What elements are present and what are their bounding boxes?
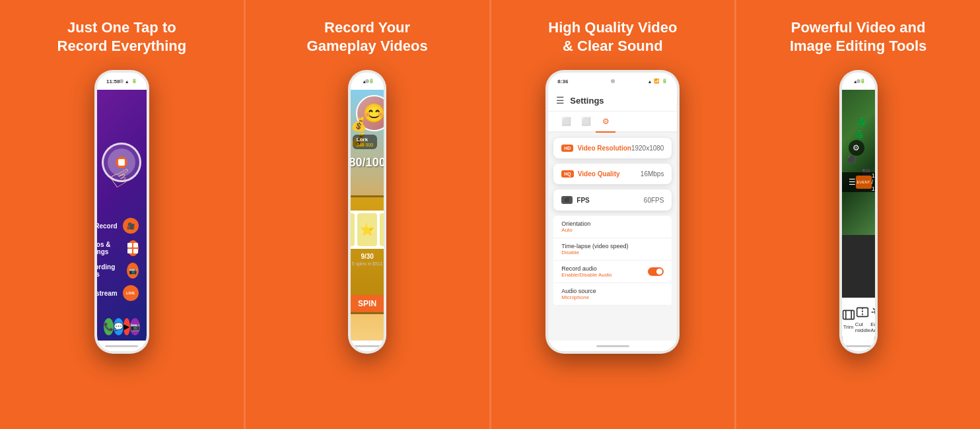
phone-mockup-4: ▲ 🔋 ▶ + ▶ [839, 70, 878, 354]
tab-photo[interactable]: ⬜ [576, 112, 596, 131]
game-unit-1: ⬛ [847, 156, 855, 163]
audio-toggle[interactable] [648, 267, 664, 276]
orientation-label: Orientation [561, 220, 590, 227]
home-indicator-2 [351, 345, 384, 347]
panel-count: 10 / 10 [872, 172, 875, 192]
tool-cut-middle[interactable]: Cut middle [855, 306, 871, 333]
status-bar-2: ▲ 🔋 [351, 73, 384, 90]
audio-label: Edit Audio [870, 321, 874, 333]
settings-row-source: Audio source Microphone [553, 283, 672, 306]
spin-button: SPIN [351, 295, 384, 312]
home-bar-4 [842, 341, 875, 351]
badge-fps: ⬛ [561, 196, 573, 204]
menu-item-videos: Videos & Settings [97, 240, 139, 256]
player-score: 348 000 [357, 143, 373, 147]
settings-row-orientation: Orientation Auto [553, 216, 672, 238]
score-display: 80/100 [351, 156, 384, 170]
panel2-title: Record Your Gameplay Videos [307, 18, 428, 58]
panel1-title: Just One Tap to Record Everything [57, 18, 187, 58]
panel3-title: High Quality Video & Clear Sound [548, 18, 677, 58]
resolution-value: 1920x1080 [631, 145, 664, 152]
resolution-left: HD Video Resolution [561, 145, 631, 152]
camera-dot-3 [611, 79, 615, 83]
gameplay-background: 😊 💰💰 Lork 348 000 80/100 [351, 90, 384, 341]
slot-reels: 💰 ⭐ 🎯 [351, 211, 384, 249]
menu-icon-videos [127, 240, 139, 256]
screen-settings: ☰ Settings ⬜ ⬜ ⚙ HD Video Resolution [548, 90, 677, 341]
settings-row-audio: Record audio Enable/Disable Audio [553, 261, 672, 283]
quality-value: 16Mbps [641, 170, 664, 178]
panel-record: Just One Tap to Record Everything 11:58 … [0, 0, 244, 429]
cut-label: Cut middle [855, 321, 871, 333]
settings-tabs: ⬜ ⬜ ⚙ [548, 112, 677, 133]
bottom-panel-bar: ☰ EVENT 10 / 10 [842, 172, 875, 192]
camera-dot-1 [120, 79, 123, 83]
orientation-sub: Auto [561, 227, 590, 233]
live-badge: LIVE [123, 290, 137, 296]
panel-editing: Powerful Video and Image Editing Tools ▲… [734, 0, 980, 429]
panel-nav: ☰ [849, 178, 856, 187]
dock-play: ▶ [123, 318, 130, 335]
bottom-game-icons: EVENT [856, 176, 872, 189]
badge-hd: HD [561, 145, 573, 152]
grid-icon [127, 243, 138, 253]
screen-editing: ▶ + ▶ + ▶ [842, 90, 875, 341]
tool-trim[interactable]: Trim [842, 308, 855, 330]
quality-row: HQ Video Quality 16Mbps [561, 170, 664, 178]
home-bar-2 [351, 341, 384, 351]
tab-video[interactable]: ⬜ [556, 112, 576, 131]
menu-label-record: Record [97, 222, 118, 230]
home-bar-3 [548, 341, 677, 351]
tool-edit-audio[interactable]: Edit Audio [870, 306, 874, 333]
dock-message: 💬 [114, 318, 123, 335]
game-screenshot: 🌲 🌲 🌿 ⬛ ⬛ 💥 ⚙ ☰ [842, 90, 875, 235]
resolution-label: Video Resolution [577, 145, 631, 152]
settings-card-fps: ⬛ FPS 60FPS [553, 189, 672, 211]
hamburger-game-icon: ☰ [849, 178, 856, 187]
reel-2: ⭐ [357, 213, 377, 246]
game-tree-2: 🌲 [854, 129, 865, 140]
reel-3: 🎯 [380, 213, 384, 246]
quality-label: Video Quality [578, 170, 620, 178]
settings-title: Settings [570, 96, 604, 106]
settings-simple-rows: Orientation Auto Time-lapse (video speed… [553, 216, 672, 306]
audio-icon [870, 306, 874, 319]
phone-mockup-3: 8:36 ▲ 📶 🔋 ☰ Settings ⬜ ⬜ ⚙ [545, 70, 680, 354]
event-label: EVENT [857, 180, 870, 184]
player-info: Lork 348 000 [353, 135, 377, 149]
panel-gameplay: Record Your Gameplay Videos ▲ 🔋 😊 [244, 0, 489, 429]
home-bar-1 [97, 341, 147, 351]
spins-text: 5 spins in $511 [352, 261, 383, 266]
screen-gameplay: 😊 💰💰 Lork 348 000 80/100 [351, 90, 384, 341]
timelapse-sub: Disable [561, 249, 628, 255]
phone-mockup-2: ▲ 🔋 😊 💰💰 Lork 348 000 [348, 70, 386, 354]
status-bar-4: ▲ 🔋 [842, 73, 875, 90]
dock-phone: 📞 [104, 318, 114, 335]
event-badge: EVENT [856, 176, 872, 189]
score-main: 80/100 [351, 156, 384, 170]
fps-row: ⬛ FPS 60FPS [561, 196, 664, 204]
menu-icon-live: LIVE [123, 285, 139, 301]
status-icons-3: ▲ 📶 🔋 [648, 79, 668, 84]
phone-mockup-1: 11:58 ■ ▲ 🔋 [94, 70, 149, 354]
camera-dot-2 [365, 79, 369, 83]
menu-items-list: Record 🎥 Videos & Settings Re [97, 218, 139, 301]
player-name: Lork [357, 137, 373, 143]
audio-label: Record audio [561, 265, 612, 272]
status-time-3: 8:36 [557, 79, 568, 84]
menu-label-tools: Recording Tools [97, 263, 122, 278]
trim-icon [842, 308, 855, 321]
tab-gear[interactable]: ⚙ [596, 112, 615, 131]
settings-row-timelapse: Time-lapse (video speed) Disable [553, 238, 672, 261]
slot-counter: 9/30 [361, 253, 373, 260]
camera-dot-4 [857, 79, 860, 83]
cut-icon [856, 306, 869, 319]
settings-card-quality: HQ Video Quality 16Mbps [553, 164, 672, 184]
home-indicator-3 [596, 345, 629, 347]
source-label: Audio source [561, 288, 596, 294]
panel4-title: Powerful Video and Image Editing Tools [790, 18, 927, 58]
bottom-dock: 📞 💬 ▶ 📷 [97, 318, 147, 335]
menu-item-tools: Recording Tools 📷 [97, 263, 139, 279]
source-info: Audio source Microphone [561, 288, 596, 300]
home-indicator-1 [105, 345, 138, 347]
